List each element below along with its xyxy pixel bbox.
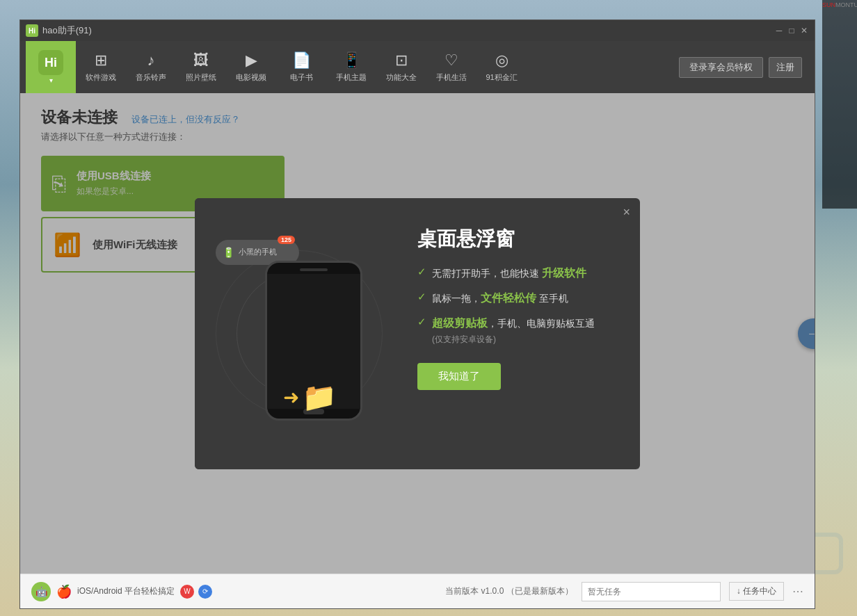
video-label: 电影视频 xyxy=(236,72,266,83)
nav-ebook[interactable]: 📄 电子书 xyxy=(276,41,326,93)
cal-day-sun: SUN xyxy=(822,1,835,8)
features-icon: ⊡ xyxy=(395,51,408,70)
theme-label: 手机主题 xyxy=(336,72,367,83)
dialog-close-button[interactable]: × xyxy=(623,205,630,220)
ebook-label: 电子书 xyxy=(290,72,313,83)
version-text: 当前版本 v1.0.0 （已是最新版本） xyxy=(445,585,572,597)
wallpaper-label: 照片壁纸 xyxy=(186,72,216,83)
cal-day-mon: MON xyxy=(835,1,850,8)
feature-item-2: ✓ 鼠标一拖，文件轻松传 至手机 xyxy=(417,290,619,307)
feature-text-2: 鼠标一拖，文件轻松传 至手机 xyxy=(432,290,568,307)
close-button[interactable]: ✕ xyxy=(799,26,809,35)
apple-icon: 🍎 xyxy=(56,584,72,599)
nav-software[interactable]: ⊞ 软件游戏 xyxy=(76,41,126,93)
theme-icon: 📱 xyxy=(342,51,361,70)
feature-text-1: 无需打开助手，也能快速 升级软件 xyxy=(432,265,586,282)
nav-music[interactable]: ♪ 音乐铃声 xyxy=(126,41,176,93)
home-button[interactable]: Hi ▾ xyxy=(26,41,76,93)
folder-icon: 📁 xyxy=(302,381,337,414)
software-label: 软件游戏 xyxy=(86,72,116,83)
check-icon-1: ✓ xyxy=(417,266,426,278)
minimize-button[interactable]: ─ xyxy=(774,26,784,35)
bubble-badge: 125 xyxy=(278,236,295,244)
music-icon: ♪ xyxy=(147,51,155,70)
nav-points[interactable]: ◎ 91积金汇 xyxy=(476,41,527,93)
life-label: 手机生活 xyxy=(436,72,467,83)
feature-item-3: ✓ 超级剪贴板，手机、电脑剪贴板互通 (仅支持安卓设备) xyxy=(417,315,619,346)
nav-life[interactable]: ♡ 手机生活 xyxy=(426,41,476,93)
phone-speaker xyxy=(300,268,328,271)
weixin-icon[interactable]: ⟳ xyxy=(198,585,212,599)
dialog-overlay[interactable]: × 125 🔋 小黑的手机 xyxy=(20,93,815,574)
app-icon: Hi xyxy=(26,24,38,37)
task-center-button[interactable]: ↓ 任务中心 xyxy=(729,582,784,601)
wallpaper-icon: 🖼 xyxy=(193,51,209,70)
nav-theme[interactable]: 📱 手机主题 xyxy=(326,41,376,93)
software-icon: ⊞ xyxy=(95,51,107,70)
float-dialog: × 125 🔋 小黑的手机 xyxy=(195,198,640,469)
toolbar-right: 登录享会员特权 注册 xyxy=(679,57,809,78)
content-area: 设备未连接 设备已连上，但没有反应？ 请选择以下任意一种方式进行连接： ⎘ 使用… xyxy=(20,93,815,574)
task-input[interactable] xyxy=(582,582,721,601)
features-label: 功能大全 xyxy=(386,72,417,83)
app-window: Hi hao助手(91) ─ □ ✕ Hi ▾ ⊞ 软件游戏 ♪ 音乐铃声 xyxy=(19,19,815,609)
feature-text-3: 超级剪贴板，手机、电脑剪贴板互通 (仅支持安卓设备) xyxy=(432,315,595,346)
home-arrow-icon: ▾ xyxy=(49,76,53,84)
social-icons: W ⟳ xyxy=(180,585,212,599)
check-icon-3: ✓ xyxy=(417,316,426,328)
weibo-icon[interactable]: W xyxy=(180,585,194,599)
points-label: 91积金汇 xyxy=(486,72,517,83)
window-controls: ─ □ ✕ xyxy=(774,26,809,35)
status-right: 当前版本 v1.0.0 （已是最新版本） ↓ 任务中心 ⋯ xyxy=(445,582,803,601)
dialog-right: 桌面悬浮窗 ✓ 无需打开助手，也能快速 升级软件 ✓ 鼠标一拖，文件轻松传 至手… xyxy=(403,198,640,469)
window-title: hao助手(91) xyxy=(42,24,774,37)
points-icon: ◎ xyxy=(495,51,508,70)
video-icon: ▶ xyxy=(246,51,257,70)
ebook-icon: 📄 xyxy=(292,51,311,70)
toolbar: Hi ▾ ⊞ 软件游戏 ♪ 音乐铃声 🖼 照片壁纸 ▶ 电影视频 📄 xyxy=(20,41,815,93)
register-button[interactable]: 注册 xyxy=(769,57,802,78)
check-icon-2: ✓ xyxy=(417,291,426,303)
title-bar: Hi hao助手(91) ─ □ ✕ xyxy=(20,20,815,41)
bubble-battery-icon: 🔋 xyxy=(223,247,234,258)
transfer-arrow-icon: ➜ xyxy=(283,386,299,409)
feature-item-1: ✓ 无需打开助手，也能快速 升级软件 xyxy=(417,265,619,282)
feature-list: ✓ 无需打开助手，也能快速 升级软件 ✓ 鼠标一拖，文件轻松传 至手机 xyxy=(417,265,619,346)
nav-video[interactable]: ▶ 电影视频 xyxy=(226,41,276,93)
music-label: 音乐铃声 xyxy=(136,72,166,83)
restore-button[interactable]: □ xyxy=(787,26,796,35)
home-icon: Hi xyxy=(38,50,63,75)
status-bar: 🤖 🍎 iOS/Android 平台轻松搞定 W ⟳ 当前版本 v1.0.0 （… xyxy=(20,574,815,608)
nav-features[interactable]: ⊡ 功能大全 xyxy=(376,41,426,93)
bubble-device-name: 小黑的手机 xyxy=(239,247,277,257)
android-icon: 🤖 xyxy=(31,582,51,601)
cal-day-tue: TUE xyxy=(850,1,857,8)
dialog-title: 桌面悬浮窗 xyxy=(417,226,619,252)
life-icon: ♡ xyxy=(444,51,458,70)
confirm-button[interactable]: 我知道了 xyxy=(417,363,501,390)
member-button[interactable]: 登录享会员特权 xyxy=(679,57,763,78)
platform-text: iOS/Android 平台轻松搞定 xyxy=(77,585,175,597)
calendar-sidebar: SUN MON TUE WED THU xyxy=(822,0,857,209)
calendar-header: SUN MON TUE WED THU xyxy=(822,0,857,10)
dialog-left: 125 🔋 小黑的手机 ➜ xyxy=(195,198,403,469)
more-icon[interactable]: ⋯ xyxy=(792,585,803,598)
arrow-folder: ➜ 📁 xyxy=(283,381,337,414)
nav-wallpaper[interactable]: 🖼 照片壁纸 xyxy=(176,41,226,93)
nav-items: ⊞ 软件游戏 ♪ 音乐铃声 🖼 照片壁纸 ▶ 电影视频 📄 电子书 📱 手机主 xyxy=(76,41,679,93)
